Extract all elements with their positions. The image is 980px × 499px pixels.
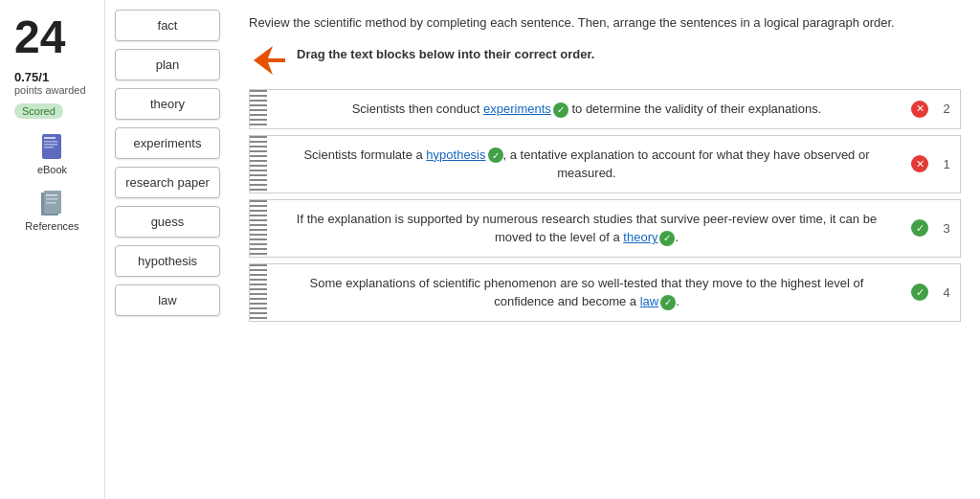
word-block-hypothesis[interactable]: hypothesis xyxy=(115,245,220,277)
instructions: Review the scientific method by completi… xyxy=(249,14,961,32)
svg-rect-7 xyxy=(46,194,57,196)
ebook-label: eBook xyxy=(37,164,67,175)
drag-handle-4[interactable] xyxy=(250,264,267,321)
check-icon-3: ✓ xyxy=(911,219,928,237)
word-block-fact[interactable]: fact xyxy=(115,10,220,41)
link-hypothesis: hypothesis✓ xyxy=(426,147,502,162)
ebook-icon xyxy=(37,133,66,162)
status-icon-1: ✕ xyxy=(906,90,933,128)
status-icon-4: ✓ xyxy=(906,264,933,321)
link-law: law✓ xyxy=(640,294,677,308)
svg-rect-4 xyxy=(44,147,54,148)
score-section: 0.75/1 points awarded xyxy=(14,70,86,96)
link-theory: theory✓ xyxy=(623,230,675,244)
status-icon-3: ✓ xyxy=(906,200,933,257)
order-number-2: 1 xyxy=(933,136,960,193)
drag-handle-1[interactable] xyxy=(250,90,267,128)
drop-zones: Scientists then conduct experiments✓ to … xyxy=(249,89,961,322)
references-label: References xyxy=(25,220,78,232)
score-label: points awarded xyxy=(14,84,86,96)
word-block-guess[interactable]: guess xyxy=(115,206,220,238)
word-block-theory[interactable]: theory xyxy=(115,88,220,120)
main-content: Review the scientific method by completi… xyxy=(230,0,980,499)
status-icon-2: ✕ xyxy=(906,136,933,193)
word-block-experiments[interactable]: experiments xyxy=(115,127,220,159)
drag-arrow-icon xyxy=(249,41,287,79)
svg-rect-3 xyxy=(44,144,57,146)
drop-zone-2[interactable]: Scientists formulate a hypothesis✓, a te… xyxy=(249,135,961,193)
x-icon-2: ✕ xyxy=(911,155,928,172)
drop-zone-content-1: Scientists then conduct experiments✓ to … xyxy=(267,90,906,128)
drag-handle-3[interactable] xyxy=(250,200,267,257)
hypothesis-check-icon: ✓ xyxy=(488,147,503,163)
order-number-1: 2 xyxy=(933,90,960,128)
check-icon-4: ✓ xyxy=(911,284,928,301)
drag-instruction-text: Drag the text blocks below into their co… xyxy=(297,46,594,63)
x-icon-1: ✕ xyxy=(911,101,928,118)
order-number-4: 4 xyxy=(933,264,960,321)
svg-rect-8 xyxy=(46,198,57,200)
drop-zone-4[interactable]: Some explanations of scientific phenomen… xyxy=(249,263,961,322)
theory-check-icon: ✓ xyxy=(659,231,675,246)
word-bank: fact plan theory experiments research pa… xyxy=(105,0,230,499)
link-experiments: experiments✓ xyxy=(483,102,568,116)
drop-zone-content-2: Scientists formulate a hypothesis✓, a te… xyxy=(267,136,906,193)
references-icon xyxy=(37,190,66,218)
svg-rect-9 xyxy=(46,202,56,204)
svg-rect-1 xyxy=(44,137,56,139)
score-value: 0.75/1 xyxy=(14,70,86,84)
word-block-law[interactable]: law xyxy=(115,284,220,316)
order-number-3: 3 xyxy=(933,200,960,257)
drag-handle-2[interactable] xyxy=(250,136,267,193)
svg-rect-2 xyxy=(44,141,57,143)
question-number: 24 xyxy=(14,14,65,60)
drop-zone-3[interactable]: If the explanation is supported by numer… xyxy=(249,199,961,258)
scored-badge: Scored xyxy=(14,103,63,119)
svg-marker-10 xyxy=(254,46,285,75)
law-check-icon: ✓ xyxy=(660,295,676,310)
sidebar: 24 0.75/1 points awarded Scored eBook xyxy=(0,0,105,499)
drag-instruction-area: Drag the text blocks below into their co… xyxy=(249,46,961,79)
word-block-plan[interactable]: plan xyxy=(115,49,220,80)
references-item[interactable]: References xyxy=(25,190,78,232)
drop-zone-content-4: Some explanations of scientific phenomen… xyxy=(267,264,906,321)
word-block-research-paper[interactable]: research paper xyxy=(115,167,220,198)
drop-zone-1[interactable]: Scientists then conduct experiments✓ to … xyxy=(249,89,961,129)
ebook-item[interactable]: eBook xyxy=(37,133,67,175)
drop-zone-content-3: If the explanation is supported by numer… xyxy=(267,200,906,257)
experiments-check-icon: ✓ xyxy=(553,102,568,118)
